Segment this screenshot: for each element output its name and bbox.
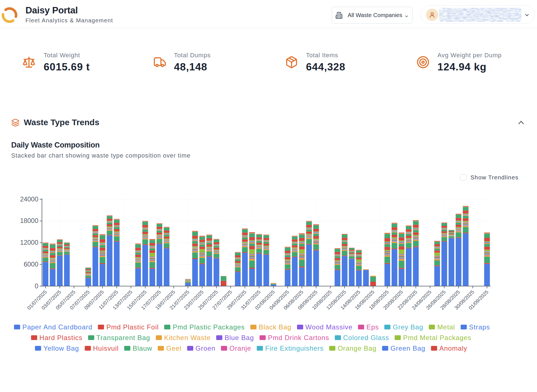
svg-text:18000: 18000 bbox=[20, 217, 38, 224]
svg-text:6000: 6000 bbox=[24, 261, 38, 268]
svg-text:24000: 24000 bbox=[20, 196, 38, 203]
svg-text:12000: 12000 bbox=[20, 239, 38, 246]
svg-text:0: 0 bbox=[35, 282, 38, 290]
